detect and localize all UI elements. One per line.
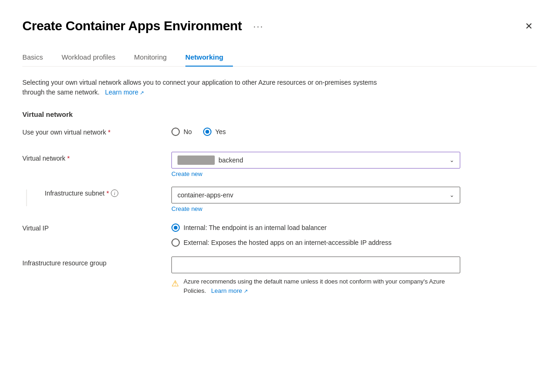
description-text: Selecting your own virtual network allow…	[22, 78, 395, 97]
use-own-vnet-control: No Yes	[171, 126, 460, 136]
virtual-ip-radio-external[interactable]	[171, 238, 180, 247]
use-own-vnet-radio-group: No Yes	[171, 126, 460, 136]
infrastructure-subnet-row: Infrastructure subnet * i container-apps…	[22, 187, 537, 212]
virtual-network-section-title: Virtual network	[22, 110, 537, 118]
dropdown-value: backend	[177, 155, 450, 165]
external-link-icon: ↗	[140, 89, 144, 97]
warning-icon: ⚠	[171, 277, 179, 290]
vnet-option-no[interactable]: No	[171, 128, 192, 136]
warning-learn-more-link[interactable]: Learn more↗	[210, 287, 248, 294]
ellipsis-button[interactable]: ···	[249, 19, 267, 34]
use-own-vnet-row: Use your own virtual network * No Yes	[22, 126, 537, 142]
tab-workload-profiles[interactable]: Workload profiles	[61, 48, 125, 67]
infrastructure-subnet-label: Infrastructure subnet * i	[45, 187, 171, 197]
subnet-indent	[22, 187, 45, 206]
vnet-option-yes[interactable]: Yes	[203, 128, 226, 136]
dialog: Create Container Apps Environment ··· ✕ …	[0, 0, 559, 392]
virtual-ip-row: Virtual IP Internal: The endpoint is an …	[22, 222, 537, 247]
warning-text: Azure recommends using the default name …	[184, 277, 460, 295]
virtual-network-create-new-link[interactable]: Create new	[171, 170, 202, 177]
virtual-ip-external-option[interactable]: External: Exposes the hosted apps on an …	[171, 238, 460, 248]
virtual-ip-radio-internal[interactable]	[171, 223, 180, 232]
subnet-indent-line	[26, 189, 27, 206]
page-title: Create Container Apps Environment	[22, 19, 242, 34]
infrastructure-subnet-create-new-link[interactable]: Create new	[171, 205, 202, 212]
virtual-network-label: Virtual network *	[22, 152, 171, 162]
warning-external-link-icon: ↗	[244, 287, 248, 295]
tab-basics[interactable]: Basics	[22, 48, 52, 67]
virtual-network-control: backend ⌄ Create new	[171, 152, 460, 177]
subnet-dropdown-value: container-apps-env	[177, 191, 450, 199]
virtual-network-dropdown[interactable]: backend ⌄	[171, 152, 460, 169]
vnet-radio-yes[interactable]	[203, 128, 211, 136]
vnet-radio-no[interactable]	[171, 128, 180, 136]
header-left: Create Container Apps Environment ···	[22, 19, 267, 34]
info-icon[interactable]: i	[111, 189, 118, 197]
required-indicator-subnet: *	[106, 189, 109, 197]
warning-box: ⚠ Azure recommends using the default nam…	[171, 277, 460, 295]
tabs-container: Basics Workload profiles Monitoring Netw…	[22, 48, 537, 67]
dropdown-grey-placeholder	[177, 155, 215, 165]
infrastructure-resource-group-control: ⚠ Azure recommends using the default nam…	[171, 257, 460, 295]
required-indicator-vnet: *	[67, 155, 69, 162]
virtual-ip-control: Internal: The endpoint is an internal lo…	[171, 222, 460, 247]
subnet-dropdown-chevron-icon: ⌄	[450, 192, 454, 198]
virtual-ip-radio-stack: Internal: The endpoint is an internal lo…	[171, 222, 460, 247]
tab-networking[interactable]: Networking	[185, 48, 233, 67]
infrastructure-subnet-control: container-apps-env ⌄ Create new	[171, 187, 460, 212]
required-indicator: *	[108, 128, 110, 136]
infrastructure-subnet-dropdown[interactable]: container-apps-env ⌄	[171, 187, 460, 203]
infrastructure-resource-group-row: Infrastructure resource group ⚠ Azure re…	[22, 257, 537, 295]
infrastructure-resource-group-label: Infrastructure resource group	[22, 257, 171, 267]
header: Create Container Apps Environment ··· ✕	[22, 19, 537, 34]
virtual-ip-internal-option[interactable]: Internal: The endpoint is an internal lo…	[171, 223, 460, 233]
use-own-vnet-label: Use your own virtual network *	[22, 126, 171, 136]
virtual-ip-label: Virtual IP	[22, 222, 171, 232]
dropdown-chevron-icon: ⌄	[450, 157, 454, 163]
virtual-network-row: Virtual network * backend ⌄ Create new	[22, 152, 537, 177]
tab-monitoring[interactable]: Monitoring	[134, 48, 176, 67]
close-button[interactable]: ✕	[521, 20, 537, 33]
description-learn-more-link[interactable]: Learn more↗	[103, 88, 144, 96]
infrastructure-resource-group-input[interactable]	[171, 257, 460, 273]
